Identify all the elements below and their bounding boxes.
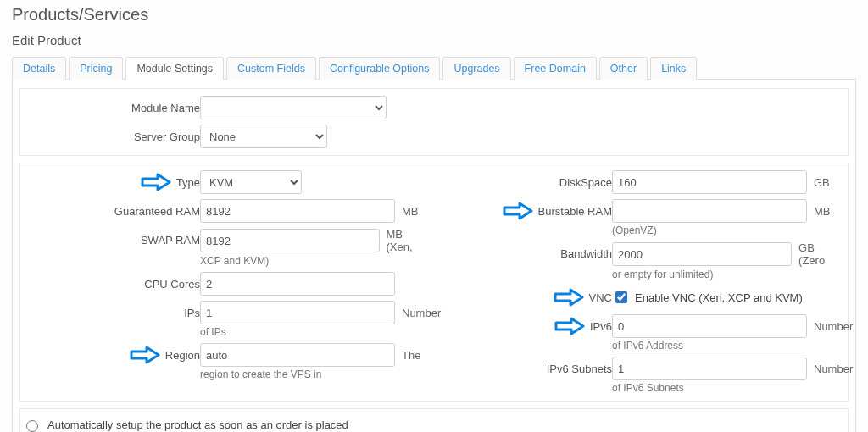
arrow-right-icon: [554, 317, 585, 335]
region-input[interactable]: [200, 343, 395, 367]
burstable-ram-input[interactable]: [612, 199, 807, 223]
tab-free-domain[interactable]: Free Domain: [514, 57, 597, 80]
ips-label: IPs: [184, 307, 200, 319]
cpu-cores-input[interactable]: [200, 272, 395, 296]
ipv6-input[interactable]: [612, 314, 807, 338]
bandwidth-help: or empty for unlimited): [612, 269, 840, 280]
ipv6-help: of IPv6 Address: [612, 340, 853, 352]
diskspace-unit: GB: [814, 176, 830, 189]
tab-links[interactable]: Links: [650, 57, 697, 80]
module-name-select[interactable]: [200, 96, 387, 119]
tab-custom-fields[interactable]: Custom Fields: [226, 57, 316, 80]
burstable-ram-help: (OpenVZ): [612, 224, 837, 236]
tab-other[interactable]: Other: [599, 57, 648, 80]
region-label: Region: [165, 349, 200, 362]
page-title: Products/Services: [12, 5, 856, 25]
bandwidth-label: Bandwidth: [560, 247, 612, 260]
cpu-cores-label: CPU Cores: [144, 278, 200, 291]
ips-input[interactable]: [200, 301, 395, 324]
type-select[interactable]: KVM: [200, 170, 302, 194]
diskspace-input[interactable]: [612, 170, 807, 194]
arrow-right-icon: [554, 288, 584, 307]
tab-upgrades[interactable]: Upgrades: [442, 57, 510, 80]
arrow-right-icon: [130, 346, 160, 364]
vnc-checkbox[interactable]: [615, 291, 627, 303]
swap-ram-label: SWAP RAM: [141, 234, 200, 246]
vnc-label: VNC: [589, 291, 612, 304]
module-basic-section: Module Name Server Group None: [19, 88, 849, 156]
left-col: Type KVM Guaranteed RAM MB SWAP RAM: [31, 170, 426, 394]
swap-ram-help: XCP and KVM): [200, 255, 428, 267]
tab-configurable-options[interactable]: Configurable Options: [319, 57, 440, 80]
module-name-label: Module Name: [131, 102, 200, 114]
tab-pricing[interactable]: Pricing: [69, 57, 123, 80]
ipv6-unit: Number: [814, 320, 853, 333]
ips-unit: Number: [402, 307, 441, 319]
tab-details[interactable]: Details: [12, 57, 66, 80]
burstable-ram-label: Burstable RAM: [538, 205, 612, 218]
auto-setup-section: Automatically setup the product as soon …: [19, 408, 849, 432]
bandwidth-input[interactable]: [612, 242, 792, 266]
swap-ram-unit: MB (Xen,: [387, 228, 429, 253]
setup-radio-on-order-label: Automatically setup the product as soon …: [47, 418, 348, 431]
ipv6-subnets-label: IPv6 Subnets: [547, 363, 612, 375]
bandwidth-unit: GB (Zero: [798, 241, 840, 267]
region-help: region to create the VPS in: [200, 368, 426, 380]
ipv6-label: IPv6: [590, 320, 612, 333]
module-fields-section: Type KVM Guaranteed RAM MB SWAP RAM: [19, 163, 849, 402]
module-settings-panel: Module Name Server Group None Type: [12, 80, 856, 432]
guaranteed-ram-unit: MB: [402, 205, 419, 218]
ips-help: of IPs: [200, 326, 441, 338]
ipv6-subnets-unit: Number: [814, 363, 853, 375]
vnc-checkbox-label[interactable]: Enable VNC (Xen, XCP and KVM): [635, 291, 803, 304]
diskspace-label: DiskSpace: [559, 176, 612, 189]
ipv6-subnets-help: of IPv6 Subnets: [612, 382, 853, 394]
type-label: Type: [176, 176, 200, 189]
server-group-select[interactable]: None: [200, 125, 327, 148]
ipv6-subnets-input[interactable]: [612, 357, 807, 380]
region-unit: The: [402, 349, 420, 362]
burstable-ram-unit: MB: [814, 205, 831, 218]
tab-bar: Details Pricing Module Settings Custom F…: [12, 56, 856, 80]
guaranteed-ram-input[interactable]: [200, 199, 395, 223]
arrow-right-icon: [141, 173, 171, 191]
server-group-label: Server Group: [134, 130, 200, 143]
swap-ram-input[interactable]: [200, 229, 380, 252]
page-subtitle: Edit Product: [12, 33, 856, 47]
tab-module-settings[interactable]: Module Settings: [125, 57, 224, 80]
setup-radio-on-order[interactable]: [26, 420, 38, 432]
guaranteed-ram-label: Guaranteed RAM: [114, 205, 200, 218]
arrow-right-icon: [503, 202, 533, 220]
right-col: DiskSpace GB Burstable RAM MB: [442, 170, 837, 394]
